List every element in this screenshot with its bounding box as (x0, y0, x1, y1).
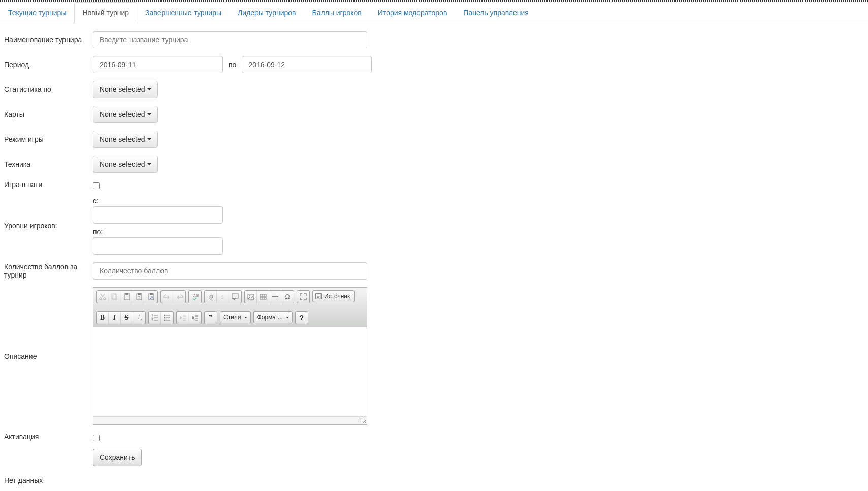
svg-rect-14 (260, 294, 266, 299)
svg-rect-8 (150, 293, 153, 295)
copy-icon[interactable] (109, 291, 121, 303)
svg-text:T: T (138, 296, 140, 299)
chevron-down-icon (147, 88, 151, 90)
redo-icon[interactable] (173, 291, 185, 303)
name-label: Наименование турнира (4, 36, 93, 44)
maps-dropdown[interactable]: None selected (93, 106, 158, 123)
activation-checkbox[interactable] (93, 435, 100, 441)
cut-icon[interactable] (97, 291, 109, 303)
resize-handle-icon[interactable] (361, 418, 366, 423)
svg-point-13 (249, 295, 250, 296)
party-checkbox[interactable] (93, 182, 100, 189)
svg-rect-3 (125, 293, 128, 295)
chevron-down-icon (244, 317, 247, 318)
numbered-list-icon[interactable]: 123 (149, 312, 161, 324)
period-to-input[interactable] (242, 56, 372, 73)
svg-point-24 (164, 320, 166, 321)
styles-dropdown[interactable]: Стили (220, 311, 251, 323)
paste-icon[interactable] (121, 291, 133, 303)
svg-text:3: 3 (152, 319, 153, 322)
tab-current[interactable]: Текущие турниры (0, 2, 74, 23)
help-icon[interactable]: ? (296, 312, 308, 324)
svg-text:Ω: Ω (285, 293, 290, 300)
svg-rect-5 (138, 293, 141, 295)
outdent-icon[interactable] (177, 312, 189, 324)
points-label: Количество баллов за турнир (4, 263, 93, 279)
remove-format-icon[interactable]: Ix (133, 312, 145, 324)
description-label: Описание (4, 352, 93, 360)
mode-label: Режим игры (4, 135, 93, 143)
italic-icon[interactable]: I (109, 312, 121, 324)
tab-points[interactable]: Баллы игроков (304, 2, 370, 23)
tab-control[interactable]: Панель управления (455, 2, 537, 23)
svg-text:ABC: ABC (193, 294, 199, 297)
strike-icon[interactable]: S (121, 312, 133, 324)
period-to-label: по (223, 60, 242, 69)
svg-text:I: I (138, 314, 140, 320)
period-from-input[interactable] (93, 56, 223, 73)
name-input[interactable] (93, 31, 367, 48)
levels-from-label: с: (93, 197, 223, 205)
stats-dropdown[interactable]: None selected (93, 81, 158, 98)
paste-text-icon[interactable]: T (133, 291, 145, 303)
levels-to-label: по: (93, 228, 223, 236)
image-icon[interactable] (245, 291, 257, 303)
activation-label: Активация (4, 433, 93, 441)
svg-text:x: x (141, 317, 143, 321)
editor: T W ABC Ω (93, 287, 367, 425)
levels-to-input[interactable] (93, 237, 223, 255)
chevron-down-icon (147, 113, 151, 115)
editor-content[interactable] (93, 327, 367, 416)
tech-label: Техника (4, 160, 93, 168)
undo-icon[interactable] (161, 291, 173, 303)
tab-new[interactable]: Новый турнир (74, 2, 137, 23)
tab-finished[interactable]: Завершенные турниры (137, 2, 230, 23)
form-container: Наименование турнира Период по Статистик… (0, 23, 868, 491)
levels-label: Уровни игроков: (4, 222, 93, 230)
svg-point-23 (164, 317, 166, 319)
tech-dropdown[interactable]: None selected (93, 156, 158, 173)
source-button[interactable]: Источник (312, 290, 355, 302)
svg-rect-11 (232, 294, 238, 298)
maximize-icon[interactable] (297, 291, 309, 303)
unlink-icon[interactable] (217, 291, 229, 303)
link-icon[interactable] (205, 291, 217, 303)
nav-tabs: Текущие турниры Новый турнир Завершенные… (0, 2, 868, 23)
chevron-down-icon (286, 317, 289, 318)
maps-label: Карты (4, 110, 93, 118)
mode-dropdown[interactable]: None selected (93, 131, 158, 148)
indent-icon[interactable] (189, 312, 201, 324)
tab-leaders[interactable]: Лидеры турниров (230, 2, 304, 23)
chevron-down-icon (147, 163, 151, 165)
save-button[interactable]: Сохранить (93, 449, 142, 466)
editor-toolbar: T W ABC Ω (93, 288, 367, 327)
chevron-down-icon (147, 138, 151, 140)
points-input[interactable] (93, 262, 367, 280)
no-data-text: Нет данных (4, 474, 864, 487)
stats-label: Статистика по (4, 85, 93, 94)
bold-icon[interactable]: B (97, 312, 109, 324)
tab-moderators[interactable]: Итория модераторов (370, 2, 456, 23)
paste-word-icon[interactable]: W (145, 291, 157, 303)
svg-point-22 (164, 315, 166, 316)
period-label: Период (4, 60, 93, 69)
table-icon[interactable] (257, 291, 269, 303)
svg-text:W: W (150, 296, 153, 299)
spellcheck-icon[interactable]: ABC (189, 291, 201, 303)
bullet-list-icon[interactable] (161, 312, 173, 324)
anchor-icon[interactable] (229, 291, 241, 303)
levels-from-input[interactable] (93, 206, 223, 224)
special-char-icon[interactable]: Ω (281, 291, 294, 303)
format-dropdown[interactable]: Формат... (253, 311, 293, 323)
editor-resize (93, 416, 367, 424)
blockquote-icon[interactable]: ” (205, 312, 217, 324)
hr-icon[interactable] (269, 291, 281, 303)
party-label: Игра в пати (4, 180, 93, 189)
